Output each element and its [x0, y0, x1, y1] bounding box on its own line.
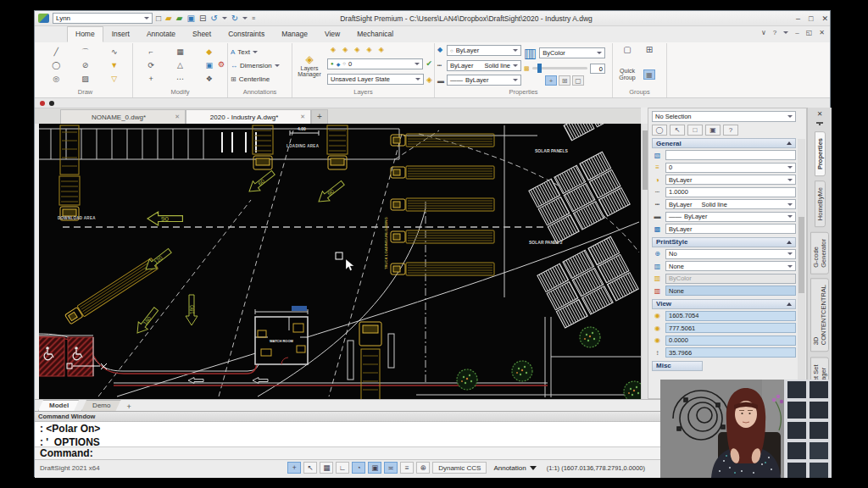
power-trim-gear-icon[interactable]: ⚙	[218, 60, 225, 69]
close-button[interactable]: ✕	[821, 14, 828, 23]
dimension-tool[interactable]: ↔ Dimension	[231, 62, 289, 69]
hide-properties-button[interactable]: ▢	[572, 75, 584, 86]
ribbon-collapse-icon[interactable]: ∨	[761, 29, 766, 36]
arc-tool-icon[interactable]: ⌒	[81, 47, 89, 58]
tab-insert[interactable]: Insert	[103, 26, 138, 42]
spline-tool-icon[interactable]: ∿	[111, 47, 118, 56]
workspace-select[interactable]: Lynn	[53, 13, 153, 24]
line-tool-icon[interactable]: ╱	[53, 47, 58, 56]
sheet-tab-demo[interactable]: Demo	[81, 400, 121, 411]
tab-manage[interactable]: Manage	[273, 26, 316, 42]
layer-state-save-icon[interactable]: ◈	[426, 75, 432, 84]
tab-mechanical[interactable]: Mechanical	[348, 26, 402, 42]
etrack-toggle-icon[interactable]: ≍	[384, 462, 398, 474]
layer-check-icon[interactable]: ✔	[426, 59, 432, 68]
trim-tool-icon[interactable]: ⌐	[149, 47, 153, 56]
section-printstyle[interactable]: PrintStyle	[652, 237, 796, 247]
section-view[interactable]: View	[652, 299, 796, 309]
select-matching-button[interactable]: ▣	[705, 125, 721, 136]
selection-filter-select[interactable]: No Selection	[652, 111, 796, 122]
section-general[interactable]: General	[652, 138, 796, 148]
annotation-scale-select[interactable]: Annotation	[489, 462, 540, 474]
transparency-slider[interactable]	[532, 67, 587, 69]
select-entities-button[interactable]: ◯	[652, 125, 667, 136]
grid-toggle-icon[interactable]: ▦	[320, 462, 333, 474]
line-color-select[interactable]: ○ ByLayer	[447, 45, 521, 56]
layer-tool-icon-4[interactable]: ◈	[366, 46, 371, 53]
edit-group-tool-icon[interactable]: ⊞	[646, 45, 653, 60]
erase-tool-icon[interactable]: ◆	[206, 47, 212, 56]
palette-help-button[interactable]: ?	[723, 125, 738, 136]
color-field[interactable]	[665, 150, 796, 160]
group-tool-icon[interactable]: ▢	[623, 45, 631, 60]
tab-view[interactable]: View	[316, 26, 348, 42]
view-z-field[interactable]: 0.0000	[665, 336, 796, 346]
line-weight-select[interactable]: —— ByLayer	[447, 75, 521, 86]
select-cursor-button[interactable]: ↖	[670, 125, 685, 136]
doc-tab-noname[interactable]: NONAME_0.dwg* ✕	[60, 109, 186, 124]
snap-toggle-icon[interactable]: +	[287, 462, 301, 474]
quick-select-button[interactable]: □	[687, 125, 703, 136]
fill-tool-icon[interactable]: ▣	[206, 61, 214, 69]
canvas-scrollbar[interactable]	[641, 124, 648, 399]
view-x-field[interactable]: 1605.7054	[665, 311, 796, 321]
printstyle-table-select[interactable]: None	[665, 261, 796, 271]
layer-tool-icon-5[interactable]: ◈	[379, 46, 384, 53]
import-icon[interactable]: ▰	[176, 14, 183, 23]
palette-scrollbar[interactable]	[798, 139, 805, 397]
layers-manager-button[interactable]: ◈ Layers Manager	[294, 45, 325, 86]
wedge-tool-icon[interactable]: ▽	[111, 75, 117, 83]
doc-restore-icon[interactable]: ◱	[806, 29, 813, 36]
stretch-tool-icon[interactable]: △	[177, 61, 183, 69]
side-tab-properties[interactable]: Properties	[815, 131, 826, 176]
ungroup-tool-icon[interactable]: ▦	[643, 69, 655, 80]
doc-tab-industry-close-icon[interactable]: ✕	[300, 114, 305, 120]
open-file-icon[interactable]: ▰	[165, 14, 172, 23]
polar-toggle-icon[interactable]: ◔	[352, 462, 365, 474]
match-properties-button[interactable]: +	[545, 75, 557, 86]
explode-tool-icon[interactable]: ❖	[206, 75, 213, 83]
esnap-toggle-icon[interactable]: ▣	[368, 462, 381, 474]
doc-tab-noname-close-icon[interactable]: ✕	[175, 114, 180, 120]
lineweight-select[interactable]: ——ByLayer	[665, 212, 796, 222]
move-tool-icon[interactable]: +	[149, 75, 153, 83]
sheet-tab-model[interactable]: Model	[38, 400, 80, 411]
new-file-icon[interactable]: □	[156, 14, 161, 23]
minimize-button[interactable]: –	[796, 14, 800, 23]
layer-tool-icon-1[interactable]: ◈	[331, 46, 336, 53]
palette-close-icon[interactable]: ✕	[817, 110, 823, 118]
polygon-tool-icon[interactable]: ▼	[110, 61, 118, 69]
centerline-tool[interactable]: ⊞ Centerline	[231, 75, 289, 83]
transparency-field[interactable]: ByLayer	[665, 224, 796, 234]
linecolor-select[interactable]: ByLayer	[665, 175, 796, 185]
hatch-tool-icon[interactable]: ▨	[81, 75, 89, 83]
help-caret-icon[interactable]	[783, 31, 788, 34]
circle-tool-icon[interactable]: ⊘	[82, 61, 89, 69]
layer-tool-icon-3[interactable]: ◈	[354, 46, 359, 53]
tab-annotate[interactable]: Annotate	[138, 26, 184, 42]
printstyle-none-field[interactable]: None	[665, 286, 796, 296]
lineweight-toggle-icon[interactable]: ≡	[400, 462, 414, 474]
drawing-canvas[interactable]: WATCH ROOM	[39, 124, 641, 399]
tab-sheet[interactable]: Sheet	[184, 26, 220, 42]
line-type-select[interactable]: ByLayer Solid line	[447, 60, 521, 71]
cursor-toggle-icon[interactable]: ↖	[303, 462, 317, 474]
maximize-button[interactable]: □	[809, 14, 813, 23]
view-y-field[interactable]: 777.5061	[665, 323, 796, 333]
add-sheet-button[interactable]: +	[123, 402, 134, 411]
rotate-tool-icon[interactable]: ⟳	[147, 61, 154, 69]
section-misc[interactable]: Misc	[652, 361, 703, 371]
palette-pin-icon[interactable]	[819, 122, 821, 125]
view-height-field[interactable]: 35.7966	[665, 347, 796, 358]
side-tab-3dcontentcentral[interactable]: 3D CONTENTCENTRAL	[810, 278, 829, 352]
side-tab-gcode[interactable]: G-code Generator	[810, 232, 829, 274]
ortho-toggle-icon[interactable]: ∟	[336, 462, 349, 474]
ring-tool-icon[interactable]: ◎	[53, 75, 59, 83]
active-layer-select[interactable]: ● ◆ ○ 0	[327, 58, 423, 69]
linetype-select[interactable]: ByLayerSolid line	[665, 199, 796, 209]
doc-minimize-icon[interactable]: –	[795, 29, 798, 36]
properties-painter-button[interactable]: ⊞	[559, 75, 570, 86]
pattern-tool-icon[interactable]: ▦	[176, 47, 184, 56]
quick-group-button[interactable]: Quick Group	[619, 68, 635, 81]
save-icon[interactable]: ▣	[186, 14, 194, 23]
